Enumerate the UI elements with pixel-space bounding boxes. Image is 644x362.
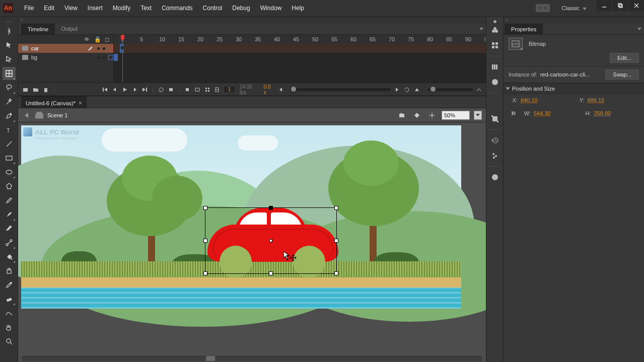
menu-file[interactable]: File xyxy=(19,5,39,12)
scroll-right-button[interactable] xyxy=(393,85,401,94)
goto-first-frame-button[interactable] xyxy=(101,85,109,94)
frame-row-car[interactable] xyxy=(114,44,486,53)
edit-button[interactable]: Edit... xyxy=(610,53,639,63)
play-button[interactable] xyxy=(121,85,129,94)
modify-markers-button[interactable] xyxy=(213,85,222,94)
properties-panel-menu[interactable] xyxy=(635,24,644,34)
zoom-max-button[interactable] xyxy=(475,85,483,94)
eraser-tool[interactable] xyxy=(3,293,16,306)
window-close-button[interactable] xyxy=(629,0,644,11)
layer-row-car[interactable]: car xyxy=(18,44,113,53)
cloud-sync-icon[interactable] xyxy=(536,4,550,12)
resize-handle[interactable] xyxy=(203,271,207,275)
paint-brush-tool[interactable] xyxy=(3,222,16,235)
frame-area[interactable]: 15101520253035404550556065707580859095 xyxy=(114,35,486,83)
link-wh-toggle-icon[interactable] xyxy=(509,109,517,117)
menu-commands[interactable]: Commands xyxy=(157,5,197,12)
window-maximize-button[interactable] xyxy=(613,0,628,11)
goto-last-frame-button[interactable] xyxy=(141,85,149,94)
resize-handle[interactable] xyxy=(203,239,207,243)
transform-icon[interactable] xyxy=(488,112,502,125)
brush-library-icon[interactable] xyxy=(488,149,502,162)
line-tool[interactable] xyxy=(3,137,16,151)
text-tool[interactable]: T xyxy=(3,123,16,136)
menu-edit[interactable]: Edit xyxy=(39,5,59,12)
width-tool[interactable] xyxy=(3,307,16,320)
frame-row-bg[interactable] xyxy=(114,53,486,62)
library-icon[interactable] xyxy=(488,60,502,74)
workspace-switcher[interactable]: Classic xyxy=(558,5,590,11)
magic-wand-tool[interactable] xyxy=(3,95,16,108)
layer-outline-toggle[interactable] xyxy=(108,55,113,60)
menu-help[interactable]: Help xyxy=(287,5,309,12)
polystar-tool[interactable] xyxy=(3,180,16,193)
tools-dock-handle[interactable] xyxy=(3,20,16,24)
zoom-reset-button[interactable] xyxy=(413,85,421,94)
layer-visible-toggle[interactable] xyxy=(97,47,100,50)
layer-lock-toggle[interactable] xyxy=(103,56,105,59)
expand-panels-button[interactable] xyxy=(3,25,16,38)
onion-skin-button[interactable] xyxy=(167,85,175,94)
ink-bottle-tool[interactable] xyxy=(3,264,16,277)
zoom-dropdown[interactable] xyxy=(474,111,482,120)
window-minimize-button[interactable] xyxy=(597,0,612,11)
tab-timeline[interactable]: Timeline xyxy=(21,24,55,34)
menu-text[interactable]: Text xyxy=(135,5,157,12)
fps-display[interactable]: 24.00 fps xyxy=(238,84,260,95)
history-icon[interactable] xyxy=(488,134,502,147)
onion-skin-outlines-button[interactable] xyxy=(193,85,201,94)
back-button[interactable] xyxy=(22,111,31,120)
info-icon[interactable] xyxy=(488,76,502,89)
outline-column-icon[interactable]: ◻ xyxy=(104,36,109,43)
menu-modify[interactable]: Modify xyxy=(108,5,135,12)
layer-lock-toggle[interactable] xyxy=(103,47,105,50)
timeline-scrollbar[interactable] xyxy=(290,88,391,91)
step-forward-button[interactable] xyxy=(131,85,139,94)
frame-ruler[interactable]: 15101520253035404550556065707580859095 xyxy=(114,35,486,44)
resize-handle[interactable] xyxy=(334,271,338,275)
delete-layer-button[interactable] xyxy=(41,85,50,94)
color-icon[interactable] xyxy=(488,39,502,52)
transform-center-icon[interactable] xyxy=(269,239,272,242)
visibility-column-icon[interactable]: 👁 xyxy=(84,36,89,42)
tab-properties[interactable]: Properties xyxy=(505,24,543,34)
hidden-panel-reveal[interactable] xyxy=(504,17,644,24)
resize-handle[interactable] xyxy=(334,206,338,210)
y-field[interactable]: 689.15 xyxy=(588,97,614,103)
bone-tool[interactable] xyxy=(3,236,16,249)
layer-outline-toggle[interactable] xyxy=(108,46,113,51)
w-field[interactable]: 544.30 xyxy=(534,110,560,116)
swatches-icon[interactable] xyxy=(488,24,502,37)
lock-column-icon[interactable]: 🔒 xyxy=(94,36,99,43)
cc-libraries-icon[interactable] xyxy=(488,171,502,184)
brush-tool[interactable] xyxy=(3,208,16,221)
section-position-size[interactable]: Position and Size xyxy=(504,83,644,94)
layer-row-bg[interactable]: bg xyxy=(18,53,113,62)
timeline-panel-menu[interactable] xyxy=(477,24,486,34)
resize-handle[interactable] xyxy=(203,206,207,210)
swap-button[interactable]: Swap... xyxy=(605,69,639,80)
x-field[interactable]: 840.10 xyxy=(521,97,547,103)
timeline-zoom-slider[interactable] xyxy=(427,88,473,91)
resize-handle[interactable] xyxy=(334,239,338,243)
resize-handle[interactable] xyxy=(269,206,273,210)
stage-horizontal-scrollbar[interactable] xyxy=(21,355,483,362)
free-transform-tool[interactable] xyxy=(3,67,16,80)
edit-multiple-frames-button[interactable] xyxy=(203,85,211,94)
selection-tool[interactable] xyxy=(3,39,16,52)
resize-handle[interactable] xyxy=(269,271,273,275)
zoom-input[interactable] xyxy=(442,111,470,120)
menu-debug[interactable]: Debug xyxy=(227,5,255,12)
menu-insert[interactable]: Insert xyxy=(83,5,108,12)
loop-button[interactable] xyxy=(157,85,165,94)
scroll-left-button[interactable] xyxy=(277,85,285,94)
subselection-tool[interactable] xyxy=(3,53,16,66)
document-tab-close[interactable]: × xyxy=(79,100,82,107)
hidden-panel-reveal[interactable] xyxy=(18,17,486,24)
keyframe-icon[interactable] xyxy=(121,46,124,49)
new-folder-button[interactable] xyxy=(31,85,40,94)
pen-tool[interactable] xyxy=(3,109,16,122)
current-frame-field[interactable]: 1 xyxy=(223,86,236,93)
document-tab[interactable]: Untitled-6 (Canvas)* × xyxy=(21,96,87,108)
zoom-tool[interactable] xyxy=(3,335,16,348)
